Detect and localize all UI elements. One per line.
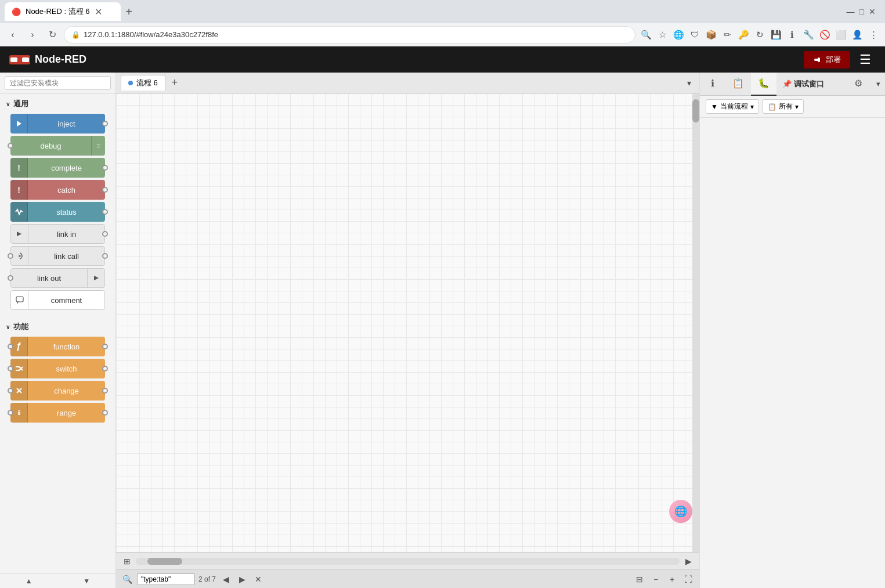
- debug-filter-current[interactable]: ▼ 当前流程 ▾: [706, 99, 759, 114]
- switch-icon: [15, 364, 24, 373]
- deploy-button[interactable]: 部署: [804, 51, 850, 68]
- bottom-fullscreen-button[interactable]: ⛶: [682, 573, 695, 586]
- sidebar: ∨ 通用 inject: [0, 73, 116, 588]
- ext8-icon[interactable]: ℹ: [785, 28, 799, 42]
- node-linkout-icon: [87, 269, 104, 287]
- deploy-icon: [813, 55, 822, 64]
- node-linkin[interactable]: link in: [10, 224, 105, 244]
- zoom-icon[interactable]: 🔍: [639, 28, 653, 42]
- right-panel-tabs: ℹ 📋 🐛 📌 调试窗口 ⚙ ▾: [700, 73, 885, 96]
- node-debug-label: debug: [10, 142, 91, 150]
- sidebar-scroll-up[interactable]: ▲: [0, 574, 58, 588]
- node-linkcall-port-left: [8, 253, 13, 259]
- sidebar-nav: ▲ ▼: [0, 573, 115, 588]
- node-debug[interactable]: debug ≡: [10, 136, 105, 156]
- reload-button[interactable]: ↻: [44, 27, 60, 43]
- bottom-prev-button[interactable]: ◀: [219, 573, 232, 586]
- bottom-search: 🔍 2 of 7 ◀ ▶ ✕ ⊟ − + ⛶: [116, 569, 699, 588]
- tab-unsaved-indicator: [128, 81, 133, 85]
- ext4-icon[interactable]: ✏: [720, 28, 734, 42]
- node-linkcall[interactable]: link call: [10, 246, 105, 266]
- node-debug-menu: ≡: [91, 136, 105, 156]
- new-tab-button[interactable]: +: [121, 3, 137, 20]
- bottom-zoom-out-button[interactable]: −: [649, 573, 662, 586]
- book-tab-icon: 📋: [732, 78, 744, 89]
- minimize-button[interactable]: —: [847, 7, 855, 16]
- tab-favicon: 🔴: [12, 8, 21, 16]
- bottom-minimap-button[interactable]: ⊟: [633, 573, 646, 586]
- bottom-next-button[interactable]: ▶: [236, 573, 248, 586]
- close-button[interactable]: ✕: [869, 7, 876, 16]
- sidebar-scroll-down[interactable]: ▼: [58, 574, 116, 588]
- section-function-header[interactable]: ∨ 功能: [0, 317, 115, 334]
- debug-filter-all[interactable]: 📋 所有 ▾: [763, 99, 804, 114]
- canvas-vscroll-thumb: [692, 99, 699, 122]
- forward-button[interactable]: ›: [24, 27, 41, 43]
- ext7-icon[interactable]: 💾: [769, 28, 783, 42]
- section-function-chevron: ∨: [6, 324, 10, 330]
- node-range-port-left: [8, 410, 13, 416]
- node-switch[interactable]: switch: [10, 359, 105, 378]
- info-tab-icon: ℹ: [711, 78, 714, 89]
- ext5-icon[interactable]: 🔑: [736, 28, 750, 42]
- ext6-icon[interactable]: ↻: [753, 28, 767, 42]
- inject-icon: [15, 119, 24, 128]
- node-catch[interactable]: ! catch: [10, 180, 105, 200]
- bottom-zoom-in-button[interactable]: +: [666, 573, 678, 586]
- node-function-label: function: [28, 342, 105, 351]
- canvas-hscroll-right[interactable]: ▶: [682, 555, 695, 568]
- more-icon[interactable]: ⋮: [866, 28, 880, 42]
- tab-info[interactable]: ℹ: [700, 73, 725, 96]
- canvas-area[interactable]: 🌐: [116, 93, 699, 552]
- right-panel: ℹ 📋 🐛 📌 调试窗口 ⚙ ▾ ▼: [699, 73, 885, 588]
- browser-tab[interactable]: 🔴 Node-RED : 流程 6 ✕: [5, 2, 121, 21]
- section-general-header[interactable]: ∨ 通用: [0, 94, 115, 111]
- ext10-icon[interactable]: 🚫: [818, 28, 832, 42]
- ext2-icon[interactable]: 🛡: [688, 28, 702, 42]
- address-bar[interactable]: 🔒 127.0.0.1:1880/#flow/a24e3a30c272f8fe: [64, 26, 635, 44]
- node-change-label: change: [28, 387, 105, 395]
- tab-close-button[interactable]: ✕: [95, 6, 102, 17]
- ext1-icon[interactable]: 🌐: [671, 28, 685, 42]
- bottom-clear-button[interactable]: ✕: [252, 573, 265, 586]
- canvas-vscroll[interactable]: [692, 93, 699, 552]
- logo-text: Node-RED: [35, 53, 86, 66]
- ext3-icon[interactable]: 📦: [704, 28, 718, 42]
- star-icon[interactable]: ☆: [655, 28, 669, 42]
- back-button[interactable]: ‹: [5, 27, 21, 43]
- tab-debug[interactable]: 🐛: [751, 73, 776, 96]
- canvas-hscroll-thumb: [147, 558, 182, 565]
- search-input[interactable]: [5, 76, 111, 90]
- node-change[interactable]: change: [10, 381, 105, 401]
- browser-titlebar: 🔴 Node-RED : 流程 6 ✕ + — □ ✕: [0, 0, 885, 23]
- canvas-bottom: ⊞ ▶: [116, 552, 699, 569]
- canvas-hscroll[interactable]: [136, 558, 680, 565]
- right-panel-chevron[interactable]: ▾: [871, 73, 885, 96]
- node-comment[interactable]: comment: [10, 290, 105, 310]
- canvas-map-button[interactable]: ⊞: [121, 555, 133, 568]
- canvas-tabs-chevron[interactable]: ▾: [683, 75, 695, 91]
- canvas-tab-flow6[interactable]: 流程 6: [121, 75, 165, 91]
- menu-button[interactable]: ☰: [855, 50, 876, 70]
- ext11-icon[interactable]: ⬜: [834, 28, 848, 42]
- tab-book[interactable]: 📋: [725, 73, 751, 96]
- node-status[interactable]: status: [10, 202, 105, 222]
- ext9-icon[interactable]: 🔧: [801, 28, 815, 42]
- node-comment-icon: [11, 291, 28, 309]
- tab-settings[interactable]: ⚙: [846, 73, 871, 96]
- maximize-button[interactable]: □: [859, 7, 864, 16]
- node-function[interactable]: ƒ function: [10, 337, 105, 356]
- app-body: ∨ 通用 inject: [0, 73, 885, 588]
- canvas-tabs: 流程 6 + ▾: [116, 73, 699, 93]
- node-linkout[interactable]: link out: [10, 268, 105, 288]
- node-complete[interactable]: ! complete: [10, 158, 105, 178]
- node-complete-label: complete: [28, 164, 105, 172]
- ext12-icon[interactable]: 👤: [850, 28, 864, 42]
- canvas-add-tab-button[interactable]: +: [167, 75, 183, 91]
- ai-assistant-button[interactable]: 🌐: [669, 500, 692, 523]
- node-inject[interactable]: inject: [10, 114, 105, 134]
- bottom-search-input[interactable]: [137, 573, 195, 585]
- svg-marker-6: [17, 232, 21, 236]
- filter-all-chevron: ▾: [795, 103, 799, 111]
- node-range[interactable]: ii range: [10, 403, 105, 423]
